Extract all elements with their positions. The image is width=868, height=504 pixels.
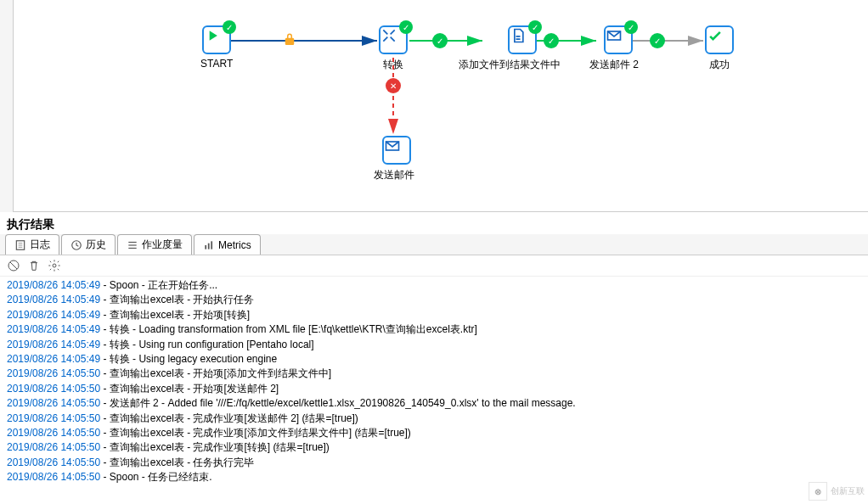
log-message: 查询输出excel表 - 任务执行完毕	[110, 456, 255, 468]
status-ok-icon: ✓	[399, 20, 413, 34]
log-message: 查询输出excel表 - 开始项[发送邮件 2]	[110, 383, 279, 395]
results-title: 执行结果	[0, 212, 868, 234]
workflow-canvas[interactable]: ✓ ✓ ✓ ✕ ✓ START ✓ 转换 ✓ 添加文件到结果文件中 ✓ 发送邮件…	[0, 0, 868, 212]
log-message: 查询输出excel表 - 完成作业项[发送邮件 2] (结果=[true])	[110, 412, 358, 424]
tab-history[interactable]: 历史	[61, 234, 116, 255]
log-timestamp: 2019/08/26 14:05:50	[7, 397, 100, 409]
log-message: 查询输出excel表 - 完成作业项[转换] (结果=[true])	[110, 441, 330, 453]
status-ok-icon: ✓	[624, 20, 638, 34]
hop-check-icon: ✓	[432, 33, 448, 48]
tab-label: Metrics	[218, 239, 251, 251]
log-timestamp: 2019/08/26 14:05:49	[7, 279, 100, 291]
node-success[interactable]: 成功	[705, 25, 734, 72]
hop-error-icon: ✕	[386, 78, 401, 93]
node-label: 成功	[705, 58, 734, 72]
log-icon	[14, 239, 26, 251]
log-line: 2019/08/26 14:05:50 - 查询输出excel表 - 完成作业项…	[7, 426, 861, 440]
node-label: 添加文件到结果文件中	[459, 58, 561, 72]
log-timestamp: 2019/08/26 14:05:49	[7, 309, 100, 321]
log-timestamp: 2019/08/26 14:05:49	[7, 339, 100, 350]
log-timestamp: 2019/08/26 14:05:49	[7, 353, 100, 365]
log-line: 2019/08/26 14:05:50 - 查询输出excel表 - 任务执行完…	[7, 456, 861, 470]
log-message: 转换 - Loading transformation from XML fil…	[110, 323, 477, 335]
log-line: 2019/08/26 14:05:49 - 转换 - Using run con…	[7, 338, 861, 352]
log-message: 查询输出excel表 - 开始项[转换]	[110, 309, 250, 321]
log-message: Spoon - 任务已经结束.	[110, 471, 212, 483]
log-line: 2019/08/26 14:05:49 - 查询输出excel表 - 开始执行任…	[7, 293, 861, 307]
log-timestamp: 2019/08/26 14:05:50	[7, 427, 100, 439]
tab-label: 作业度量	[142, 238, 183, 252]
svg-point-20	[53, 264, 56, 267]
log-message: 查询输出excel表 - 完成作业项[添加文件到结果文件中] (结果=[true…	[110, 427, 411, 439]
log-line: 2019/08/26 14:05:49 - 转换 - Using legacy …	[7, 352, 861, 367]
log-message: 发送邮件 2 - Added file '///E:/fq/kettle/exc…	[110, 397, 576, 409]
settings-button[interactable]	[48, 259, 61, 272]
node-start[interactable]: ✓ START	[200, 25, 233, 70]
node-label: 转换	[379, 58, 408, 72]
tab-log[interactable]: 日志	[5, 234, 59, 255]
node-label: 发送邮件	[374, 168, 414, 182]
log-timestamp: 2019/08/26 14:05:49	[7, 294, 100, 305]
log-message: 查询输出excel表 - 开始项[添加文件到结果文件中]	[110, 367, 331, 379]
log-line: 2019/08/26 14:05:50 - 发送邮件 2 - Added fil…	[7, 396, 861, 411]
log-line: 2019/08/26 14:05:50 - Spoon - 任务已经结束.	[7, 470, 861, 484]
log-timestamp: 2019/08/26 14:05:50	[7, 441, 100, 453]
log-timestamp: 2019/08/26 14:05:50	[7, 383, 100, 395]
log-line: 2019/08/26 14:05:49 - Spoon - 正在开始任务...	[7, 278, 861, 293]
watermark-text: 创新互联	[831, 485, 865, 497]
tab-metrics[interactable]: Metrics	[194, 234, 261, 255]
node-add-file[interactable]: ✓ 添加文件到结果文件中	[484, 25, 561, 72]
log-line: 2019/08/26 14:05:49 - 查询输出excel表 - 开始项[转…	[7, 308, 861, 322]
log-line: 2019/08/26 14:05:50 - 查询输出excel表 - 完成作业项…	[7, 440, 861, 455]
list-icon	[127, 239, 138, 251]
log-timestamp: 2019/08/26 14:05:50	[7, 412, 100, 424]
node-label: 发送邮件 2	[589, 58, 639, 72]
log-line: 2019/08/26 14:05:50 - 查询输出excel表 - 完成作业项…	[7, 412, 861, 426]
node-label: START	[200, 58, 233, 70]
node-send-mail[interactable]: 发送邮件	[379, 136, 414, 182]
arrow-layer	[0, 0, 868, 212]
log-line: 2019/08/26 14:05:50 - 查询输出excel表 - 开始项[添…	[7, 367, 861, 381]
tab-label: 日志	[30, 238, 50, 252]
clear-log-button[interactable]	[7, 259, 20, 272]
svg-rect-16	[208, 243, 210, 249]
log-timestamp: 2019/08/26 14:05:50	[7, 456, 100, 468]
log-message: 转换 - Using run configuration [Pentaho lo…	[110, 339, 314, 350]
tab-job-metrics[interactable]: 作业度量	[117, 234, 192, 255]
svg-rect-15	[205, 245, 206, 249]
log-message: 转换 - Using legacy execution engine	[110, 353, 277, 365]
status-ok-icon: ✓	[223, 20, 236, 34]
hop-check-icon: ✓	[650, 33, 665, 48]
log-timestamp: 2019/08/26 14:05:50	[7, 367, 100, 379]
node-transform[interactable]: ✓ 转换	[379, 25, 408, 72]
log-line: 2019/08/26 14:05:49 - 转换 - Loading trans…	[7, 322, 861, 337]
log-timestamp: 2019/08/26 14:05:50	[7, 471, 100, 483]
log-toolbar	[0, 255, 868, 277]
results-tabs: 日志 历史 作业度量 Metrics	[0, 234, 868, 255]
watermark-logo-icon: ⊗	[809, 482, 827, 501]
log-timestamp: 2019/08/26 14:05:49	[7, 323, 100, 335]
log-message: 查询输出excel表 - 开始执行任务	[110, 294, 255, 305]
watermark: ⊗ 创新互联	[809, 482, 865, 501]
tab-label: 历史	[86, 238, 106, 252]
delete-button[interactable]	[27, 259, 41, 272]
history-icon	[70, 239, 82, 251]
log-line: 2019/08/26 14:05:50 - 查询输出excel表 - 开始项[发…	[7, 382, 861, 396]
node-send-mail-2[interactable]: ✓ 发送邮件 2	[598, 25, 639, 72]
log-output[interactable]: 2019/08/26 14:05:49 - Spoon - 正在开始任务...2…	[0, 277, 868, 497]
metrics-icon	[203, 239, 215, 251]
svg-line-19	[10, 262, 17, 269]
log-message: Spoon - 正在开始任务...	[110, 279, 217, 291]
status-ok-icon: ✓	[528, 20, 542, 34]
svg-rect-17	[211, 241, 212, 249]
